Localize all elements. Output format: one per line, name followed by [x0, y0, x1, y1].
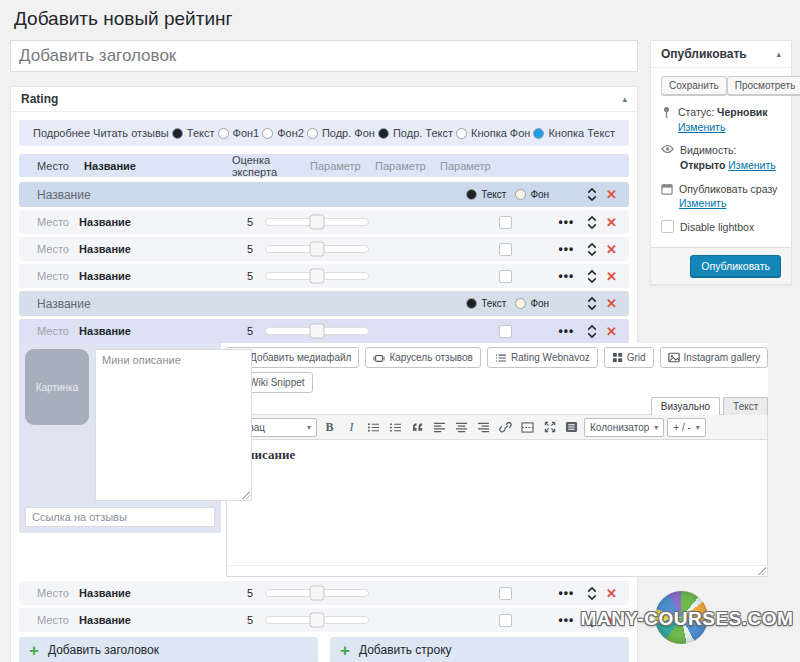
add-header-button[interactable]: + Добавить заголовок — [19, 637, 318, 662]
blockquote-button[interactable] — [408, 418, 427, 437]
name-input[interactable] — [79, 270, 229, 282]
color-option-button-text[interactable]: Кнопка Текст — [533, 127, 614, 139]
color-swatch-icon[interactable] — [533, 128, 544, 139]
place-input[interactable] — [37, 325, 79, 337]
sort-handle-icon[interactable] — [587, 215, 597, 230]
slider-handle[interactable] — [310, 613, 325, 628]
add-row-button[interactable]: + Добавить строку — [330, 637, 629, 662]
colonizer-select[interactable]: Колонизатор ▾ — [584, 418, 664, 437]
color-option-text[interactable]: Текст — [172, 127, 215, 139]
italic-button[interactable]: I — [342, 418, 361, 437]
delete-icon[interactable]: ✕ — [606, 587, 617, 600]
slider-handle[interactable] — [310, 324, 325, 339]
instagram-gallery-button[interactable]: Instagram gallery — [660, 347, 769, 368]
place-input[interactable] — [37, 243, 79, 255]
disable-lightbox-checkbox[interactable] — [661, 220, 674, 233]
plus-minus-select[interactable]: + / - ▾ — [667, 418, 706, 437]
slider-handle[interactable] — [310, 269, 325, 284]
align-left-button[interactable] — [430, 418, 449, 437]
place-input[interactable] — [37, 614, 79, 626]
color-swatch-icon[interactable] — [218, 128, 229, 139]
rating-slider[interactable] — [265, 327, 369, 335]
color-swatch-icon[interactable] — [515, 298, 526, 309]
section-name-input[interactable] — [37, 297, 337, 311]
section-bg-color[interactable]: Фон — [515, 298, 549, 309]
color-swatch-icon[interactable] — [515, 189, 526, 200]
save-draft-button[interactable]: Сохранить — [661, 76, 727, 95]
bold-button[interactable]: B — [320, 418, 339, 437]
color-swatch-icon[interactable] — [456, 128, 467, 139]
section-text-color[interactable]: Текст — [466, 189, 506, 200]
color-swatch-icon[interactable] — [466, 298, 477, 309]
image-upload-placeholder[interactable]: Картинка — [25, 349, 89, 425]
rating-metabox-header[interactable]: Rating ▴ — [11, 87, 637, 112]
tab-text[interactable]: Текст — [723, 397, 768, 415]
section-bg-color[interactable]: Фон — [515, 189, 549, 200]
edit-status-link[interactable]: Изменить — [678, 121, 725, 133]
name-input[interactable] — [79, 614, 229, 626]
tab-visual[interactable]: Визуально — [651, 397, 720, 415]
color-swatch-icon[interactable] — [307, 128, 318, 139]
sort-handle-icon[interactable] — [587, 296, 597, 311]
reviews-link-input[interactable] — [25, 507, 215, 527]
more-options-icon[interactable]: ••• — [558, 270, 574, 282]
color-swatch-icon[interactable] — [378, 128, 389, 139]
collapse-toggle-icon[interactable]: ▴ — [776, 49, 781, 59]
sort-handle-icon[interactable] — [587, 242, 597, 257]
slider-handle[interactable] — [310, 586, 325, 601]
name-input[interactable] — [79, 587, 229, 599]
publish-metabox-header[interactable]: Опубликовать ▴ — [651, 41, 791, 68]
row-checkbox[interactable] — [499, 216, 512, 229]
rating-slider[interactable] — [265, 218, 369, 226]
edit-schedule-link[interactable]: Изменить — [679, 197, 726, 209]
mini-description-textarea[interactable] — [95, 349, 252, 501]
resize-grip-icon[interactable] — [758, 567, 766, 575]
section-name-input[interactable] — [37, 188, 337, 202]
slider-handle[interactable] — [310, 215, 325, 230]
color-option-button-bg[interactable]: Кнопка Фон — [456, 127, 530, 139]
delete-icon[interactable]: ✕ — [606, 325, 617, 338]
details-option[interactable]: Подробнее — [33, 127, 90, 139]
collapse-toggle-icon[interactable]: ▴ — [622, 94, 627, 104]
grid-button[interactable]: Grid — [604, 347, 654, 368]
publish-button[interactable]: Опубликовать — [690, 255, 781, 277]
bullet-list-button[interactable] — [364, 418, 383, 437]
edit-visibility-link[interactable]: Изменить — [728, 159, 775, 171]
row-checkbox[interactable] — [499, 243, 512, 256]
place-input[interactable] — [37, 216, 79, 228]
delete-icon[interactable]: ✕ — [606, 297, 617, 310]
rating-slider[interactable] — [265, 272, 369, 280]
rating-slider[interactable] — [265, 589, 369, 597]
name-input[interactable] — [79, 216, 229, 228]
more-options-icon[interactable]: ••• — [558, 614, 574, 626]
sort-handle-icon[interactable] — [587, 324, 597, 339]
sort-handle-icon[interactable] — [587, 586, 597, 601]
read-more-tag-button[interactable] — [518, 418, 537, 437]
row-checkbox[interactable] — [499, 270, 512, 283]
color-option-bg2[interactable]: Фон2 — [262, 127, 304, 139]
row-checkbox[interactable] — [499, 614, 512, 627]
delete-icon[interactable]: ✕ — [606, 216, 617, 229]
rating-slider[interactable] — [265, 616, 369, 624]
toolbar-toggle-button[interactable] — [562, 418, 581, 437]
editor-content-area[interactable]: Описание — [226, 440, 768, 566]
delete-icon[interactable]: ✕ — [606, 188, 617, 201]
numbered-list-button[interactable] — [386, 418, 405, 437]
row-checkbox[interactable] — [499, 325, 512, 338]
place-input[interactable] — [37, 270, 79, 282]
link-button[interactable] — [496, 418, 515, 437]
more-options-icon[interactable]: ••• — [558, 325, 574, 337]
delete-icon[interactable]: ✕ — [606, 614, 617, 627]
more-options-icon[interactable]: ••• — [558, 243, 574, 255]
fullscreen-button[interactable] — [540, 418, 559, 437]
post-title-input[interactable] — [10, 40, 638, 72]
color-option-details-bg[interactable]: Подр. Фон — [307, 127, 375, 139]
rating-webnavoz-button[interactable]: Rating Webnavoz — [487, 347, 598, 368]
color-option-details-text[interactable]: Подр. Текст — [378, 127, 453, 139]
color-swatch-icon[interactable] — [262, 128, 273, 139]
color-option-bg1[interactable]: Фон1 — [218, 127, 260, 139]
name-input[interactable] — [79, 325, 229, 337]
read-reviews-option[interactable]: Читать отзывы — [93, 127, 169, 139]
row-checkbox[interactable] — [499, 587, 512, 600]
color-swatch-icon[interactable] — [466, 189, 477, 200]
